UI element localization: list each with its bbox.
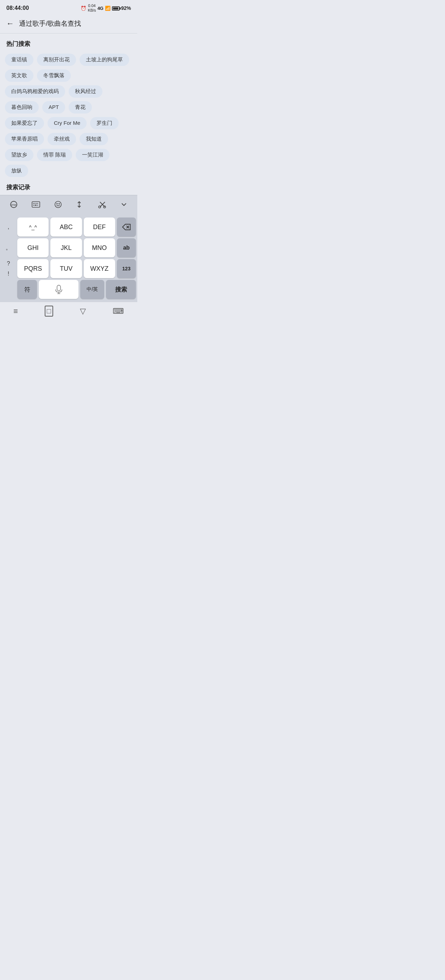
hot-search-title: 热门搜索 — [0, 40, 137, 48]
keyboard-icon[interactable] — [29, 199, 43, 212]
ime-icon[interactable]: ime — [7, 199, 21, 212]
nav-back-icon[interactable]: ▽ — [80, 307, 86, 316]
hot-search-tag-4[interactable]: 冬雪飘落 — [37, 70, 71, 82]
key-def[interactable]: DEF — [84, 218, 115, 237]
main-row-3: PQRS TUV WXYZ — [17, 259, 115, 278]
hot-search-tag-17[interactable]: 情罪 陈瑞 — [37, 149, 72, 161]
chevron-down-icon[interactable] — [117, 199, 131, 212]
nav-keyboard-icon[interactable]: ⌨ — [112, 307, 124, 316]
cursor-icon[interactable] — [73, 199, 87, 212]
nav-home-icon[interactable]: □ — [45, 305, 53, 317]
keyboard: , ^_^ ABC DEF 。 GHI JKL MNO — [0, 215, 137, 302]
svg-point-12 — [59, 204, 60, 204]
page-title: 通过歌手/歌曲名查找 — [19, 19, 81, 28]
left-special-col: , — [2, 218, 16, 237]
divider — [0, 33, 137, 33]
hot-search-tag-19[interactable]: 放纵 — [5, 165, 28, 177]
main-row-1: ^_^ ABC DEF — [17, 218, 115, 237]
header: ← 通过歌手/歌曲名查找 — [0, 15, 137, 33]
bottom-row: 符 中/英 搜索 — [2, 280, 136, 299]
keyboard-row-1: , ^_^ ABC DEF — [2, 218, 136, 237]
hot-search-tag-1[interactable]: 离别开出花 — [37, 54, 76, 66]
hot-search-tag-9[interactable]: 青花 — [69, 101, 92, 113]
svg-text:ime: ime — [11, 203, 17, 207]
key-ghi[interactable]: GHI — [17, 238, 49, 257]
status-time: 08:44:00 — [6, 5, 29, 11]
period-key[interactable]: 。 — [2, 238, 16, 257]
key-wxyz[interactable]: WXYZ — [84, 259, 115, 278]
exclaim-key[interactable]: ! — [2, 270, 16, 278]
hot-search-tags: 童话镇离别开出花土坡上的狗尾草英文歌冬雪飘落白鸽乌鸦相爱的戏码秋风经过暮色回响A… — [0, 54, 137, 177]
key-jkl[interactable]: JKL — [50, 238, 82, 257]
hot-search-tag-6[interactable]: 秋风经过 — [69, 85, 103, 98]
fu-key[interactable]: 符 — [17, 280, 37, 299]
main-keys-3: PQRS TUV WXYZ — [17, 259, 115, 278]
keyboard-row-3: ? ! PQRS TUV WXYZ 123 — [2, 259, 136, 278]
hot-search-tag-14[interactable]: 牵丝戏 — [48, 133, 76, 145]
cut-icon[interactable] — [95, 199, 109, 212]
svg-point-11 — [57, 204, 57, 204]
hot-search-section: 热门搜索 童话镇离别开出花土坡上的狗尾草英文歌冬雪飘落白鸽乌鸦相爱的戏码秋风经过… — [0, 40, 137, 177]
network-speed: 0.04KB/s — [88, 3, 96, 13]
nav-menu-icon[interactable]: ≡ — [13, 307, 18, 316]
main-keys: ^_^ ABC DEF — [17, 218, 115, 237]
hot-search-tag-5[interactable]: 白鸽乌鸦相爱的戏码 — [5, 85, 65, 98]
hot-search-tag-11[interactable]: Cry For Me — [48, 117, 87, 129]
key-tuv[interactable]: TUV — [50, 259, 82, 278]
question-key[interactable]: ? — [2, 259, 16, 268]
hot-search-tag-10[interactable]: 如果爱忘了 — [5, 117, 44, 129]
key-hat[interactable]: ^_^ — [17, 218, 49, 237]
search-records-section: 搜索记录 — [0, 183, 137, 191]
hot-search-tag-15[interactable]: 我知道 — [79, 133, 108, 145]
svg-point-10 — [55, 201, 61, 208]
left-special-col-3: ? ! — [2, 259, 16, 278]
key-pqrs[interactable]: PQRS — [17, 259, 49, 278]
hot-search-tag-18[interactable]: 一笑江湖 — [76, 149, 109, 161]
comma-key[interactable]: , — [2, 218, 16, 237]
key-abc[interactable]: ABC — [50, 218, 82, 237]
hot-search-tag-12[interactable]: 罗生门 — [90, 117, 119, 129]
hot-search-tag-2[interactable]: 土坡上的狗尾草 — [79, 54, 129, 66]
battery-icon — [112, 6, 120, 11]
hot-search-tag-3[interactable]: 英文歌 — [5, 70, 33, 82]
backspace-key[interactable] — [117, 218, 136, 237]
back-button[interactable]: ← — [6, 19, 14, 28]
hot-search-tag-13[interactable]: 苹果香原唱 — [5, 133, 44, 145]
hot-search-tag-0[interactable]: 童话镇 — [5, 54, 33, 66]
keyboard-row-2: 。 GHI JKL MNO ab — [2, 238, 136, 257]
status-icons: ⏰ 0.04KB/s 4G 📶 92% — [81, 3, 131, 13]
key-123[interactable]: 123 — [117, 259, 136, 278]
search-key[interactable]: 搜索 — [106, 280, 136, 299]
main-keys-2: GHI JKL MNO — [17, 238, 115, 257]
mic-key[interactable] — [39, 280, 79, 299]
ab-key[interactable]: ab — [117, 238, 136, 257]
search-records-title: 搜索记录 — [6, 183, 131, 191]
battery-percent: 92% — [121, 5, 131, 11]
main-row-2: GHI JKL MNO — [17, 238, 115, 257]
hot-search-tag-7[interactable]: 暮色回响 — [5, 101, 39, 113]
lang-key[interactable]: 中/英 — [80, 280, 104, 299]
hot-search-tag-16[interactable]: 望故乡 — [5, 149, 33, 161]
signal-icon: 📶 — [105, 6, 111, 11]
status-bar: 08:44:00 ⏰ 0.04KB/s 4G 📶 92% — [0, 0, 137, 15]
keyboard-toolbar: ime — [0, 195, 137, 215]
hot-search-tag-8[interactable]: APT — [42, 101, 65, 113]
svg-rect-20 — [57, 285, 60, 291]
key-mno[interactable]: MNO — [84, 238, 115, 257]
system-nav-bar: ≡ □ ▽ ⌨ — [0, 302, 137, 321]
alarm-icon: ⏰ — [81, 6, 86, 11]
left-special-col-2: 。 — [2, 238, 16, 257]
svg-rect-2 — [32, 202, 40, 207]
emoji-icon[interactable] — [51, 199, 65, 212]
network-type-icon: 4G — [98, 6, 103, 11]
